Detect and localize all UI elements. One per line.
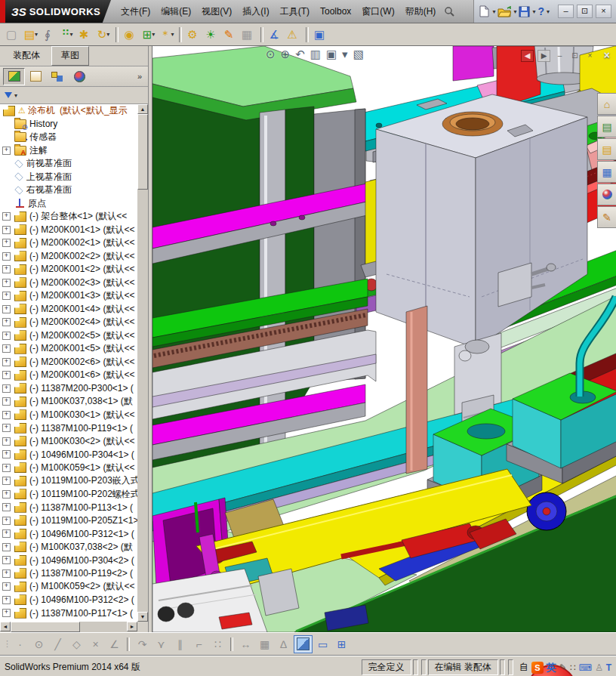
expand-icon[interactable]: + xyxy=(2,371,11,379)
expand-icon[interactable]: + xyxy=(2,305,11,313)
sketch-circle-icon[interactable]: ⊙ xyxy=(30,636,48,653)
component-row[interactable]: + (-) 10496M100-P312<2> ( xyxy=(0,594,137,607)
sketch-polygon-icon[interactable]: ◇ xyxy=(68,636,85,653)
expand-icon[interactable]: + xyxy=(2,424,11,432)
insert-component-button[interactable]: ▢ ▾ xyxy=(4,26,22,44)
expand-icon[interactable]: + xyxy=(2,239,11,247)
expand-icon[interactable]: + xyxy=(2,411,11,419)
sketch-point-icon[interactable]: · xyxy=(11,636,29,653)
update-assembly-button[interactable]: ▦ ▾ xyxy=(239,26,257,44)
component-row[interactable]: + (-) M200K001<3> (默认<< xyxy=(0,289,137,303)
menu-item[interactable]: Toolbox xyxy=(315,3,356,20)
hscrollbar-track[interactable] xyxy=(80,622,127,632)
tree-item[interactable]: + 原点 xyxy=(0,197,137,211)
expand-icon[interactable]: + xyxy=(2,556,11,564)
component-row[interactable]: + (-) 11387M100-P113<1> ( xyxy=(0,501,137,514)
expand-icon[interactable]: + xyxy=(2,384,11,393)
component-row[interactable]: + (-) M200K001<6> (默认<< xyxy=(0,369,137,382)
configurationmanager-tab[interactable] xyxy=(47,68,69,85)
shaded-view-button[interactable] xyxy=(294,635,313,653)
scroll-down-icon[interactable]: ▼ xyxy=(137,612,148,622)
view-orientation-icon[interactable]: ▣ xyxy=(326,48,337,61)
component-row[interactable]: + (-) M200K002<5> (默认<< xyxy=(0,329,137,343)
zoom-to-area-icon[interactable]: ⊕ xyxy=(281,48,291,61)
filter-dropdown-icon[interactable]: ▾ xyxy=(14,92,17,99)
component-row[interactable]: + (-) M100K030<2> (默认<< xyxy=(0,435,137,449)
ime-keyboard-icon[interactable]: ⌨ xyxy=(579,662,592,673)
featuremanager-tab[interactable] xyxy=(3,68,25,85)
taskpane-view-palette-tab[interactable]: ▦ xyxy=(597,161,616,183)
assembly-features-button[interactable]: ⊞ ▾ xyxy=(140,26,158,44)
zoom-to-fit-icon[interactable]: ⊙ xyxy=(266,48,276,61)
help-icon[interactable]: ? xyxy=(537,5,544,17)
component-row[interactable]: + (-) 11387M200-P300<1> ( xyxy=(0,382,137,396)
sketch-angle-icon[interactable]: ∠ xyxy=(106,636,123,653)
component-row[interactable]: + (-) 10119M100-P202螺栓式 xyxy=(0,488,137,502)
viewport-scene[interactable] xyxy=(152,46,616,632)
move-component-button[interactable]: ↻ ▾ xyxy=(94,26,112,44)
exploded-view-button[interactable]: ☀ ▾ xyxy=(203,26,221,44)
component-row[interactable]: + (-) 11387M100-P117<1> ( xyxy=(0,607,137,620)
component-row[interactable]: + (-) 10119M100-P203嵌入式 xyxy=(0,474,137,488)
hscrollbar-thumb[interactable] xyxy=(11,622,80,632)
panel-expand-chevron[interactable]: » xyxy=(137,72,145,81)
sogou-logo-icon[interactable]: S xyxy=(531,662,544,674)
expand-icon[interactable]: + xyxy=(2,596,11,604)
component-row[interactable]: + (-) 10496M100-P304<1> ( xyxy=(0,448,137,461)
ime-language-icon[interactable]: 英 xyxy=(547,661,556,674)
component-row[interactable]: + (-) M200K001<5> (默认<< xyxy=(0,342,137,356)
close-button[interactable]: × xyxy=(596,5,611,18)
component-row[interactable]: + (-) 10496M100-P312<1> ( xyxy=(0,527,137,541)
tree-item[interactable]: + 右视基准面 xyxy=(0,184,137,197)
scroll-up-icon[interactable]: ▲ xyxy=(137,104,148,114)
commandmanager-tab[interactable]: 装配体 xyxy=(3,46,50,66)
minimize-button[interactable]: – xyxy=(558,5,574,18)
section-view-icon[interactable]: ▥ xyxy=(310,48,321,61)
sketch-spline-icon[interactable]: ⋎ xyxy=(152,636,170,653)
expand-icon[interactable]: + xyxy=(2,490,11,499)
expand-icon[interactable]: + xyxy=(2,332,11,340)
component-row[interactable]: + (-) M200K002<3> (默认<< xyxy=(0,276,137,290)
help-dropdown-icon[interactable]: ▾ xyxy=(547,8,550,15)
motion-study-button[interactable]: ⚙ ▾ xyxy=(185,26,203,44)
menu-item[interactable]: 工具(T) xyxy=(275,2,315,21)
component-row[interactable]: + (-) M100K037,038<1> (默 xyxy=(0,395,137,409)
component-row[interactable]: + (-) 11387M100-P119<2> ( xyxy=(0,567,137,581)
component-row[interactable]: + (-) 架台整体<1> (默认<< xyxy=(0,210,137,224)
expand-icon[interactable]: + xyxy=(2,358,11,366)
new-document-icon[interactable] xyxy=(479,5,490,17)
component-row[interactable]: + (-) M200K001<2> (默认<< xyxy=(0,263,137,276)
expand-icon[interactable]: + xyxy=(2,437,11,446)
taskpane-appearances-tab[interactable] xyxy=(597,184,616,205)
menu-item[interactable]: 视图(V) xyxy=(196,2,237,21)
document-close-button[interactable]: × xyxy=(584,51,596,61)
sketch-line-icon[interactable]: ╱ xyxy=(49,636,66,653)
expand-icon[interactable]: + xyxy=(2,464,11,472)
tree-horizontal-scrollbar[interactable]: ◄ ► xyxy=(0,622,148,632)
expand-icon[interactable]: + xyxy=(2,292,11,300)
expand-icon[interactable]: + xyxy=(2,344,11,353)
expand-icon[interactable]: + xyxy=(2,609,11,617)
sketch-parallel-icon[interactable]: ∥ xyxy=(171,636,189,653)
expand-icon[interactable]: + xyxy=(2,318,11,326)
expand-icon[interactable]: + xyxy=(2,212,11,221)
commandmanager-tab[interactable]: 草图 xyxy=(51,46,89,66)
scrollbar-thumb[interactable] xyxy=(137,114,148,190)
ime-person-icon[interactable]: ♙ xyxy=(595,662,603,673)
taskpane-file-explorer-tab[interactable]: ▤ xyxy=(597,138,616,160)
split-table-button[interactable]: ⊞ xyxy=(333,636,350,653)
component-pattern-button[interactable]: ⠛ ▾ xyxy=(58,26,76,44)
grid-icon[interactable]: ▦ xyxy=(256,636,273,653)
open-document-button[interactable]: ▤ ▾ xyxy=(22,26,40,44)
menu-item[interactable]: 帮助(H) xyxy=(400,2,442,21)
graphics-area[interactable]: ⊙⊕↶▥▣▾▧ ◀▶–⊡× × ⌂ ▤ ▤ ▦ ✎ xyxy=(152,46,616,632)
component-row[interactable]: + (-) M100K059<2> (默认<< xyxy=(0,580,137,594)
expand-icon[interactable]: + xyxy=(2,226,11,234)
taskpane-close-icon[interactable]: × xyxy=(604,49,610,61)
expand-icon[interactable]: + xyxy=(2,570,11,578)
open-dropdown-icon[interactable]: ▾ xyxy=(513,8,516,15)
view-orientation-dropdown[interactable]: ▾ xyxy=(342,48,348,61)
propertymanager-tab[interactable] xyxy=(25,68,47,85)
expand-icon[interactable]: + xyxy=(2,397,11,406)
component-row[interactable]: + (-) M200K001<4> (默认<< xyxy=(0,303,137,316)
